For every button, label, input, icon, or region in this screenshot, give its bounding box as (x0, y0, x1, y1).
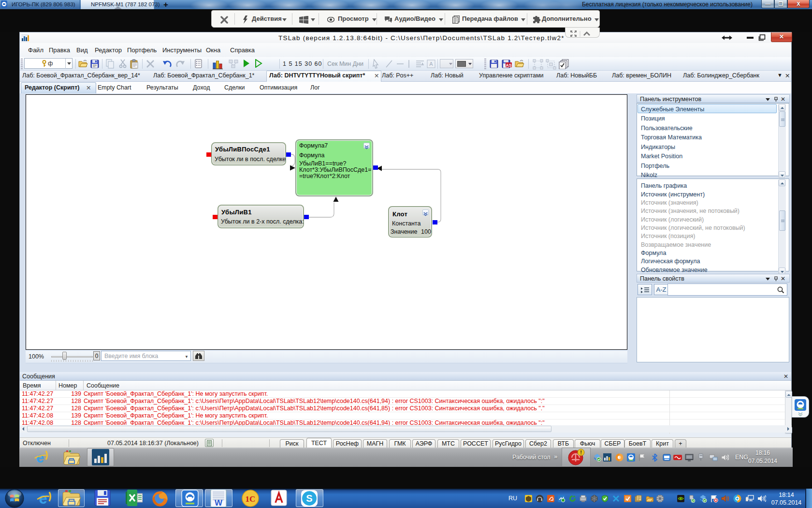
svg-text:AS: AS (506, 63, 512, 68)
svg-text:W: W (215, 498, 223, 507)
svg-text:e: e (39, 490, 47, 507)
svg-text:S: S (306, 493, 312, 504)
svg-text:A: A (429, 61, 433, 67)
svg-text:!: ! (580, 449, 582, 455)
svg-text:1С: 1С (246, 494, 256, 504)
svg-text:e: e (36, 450, 44, 465)
